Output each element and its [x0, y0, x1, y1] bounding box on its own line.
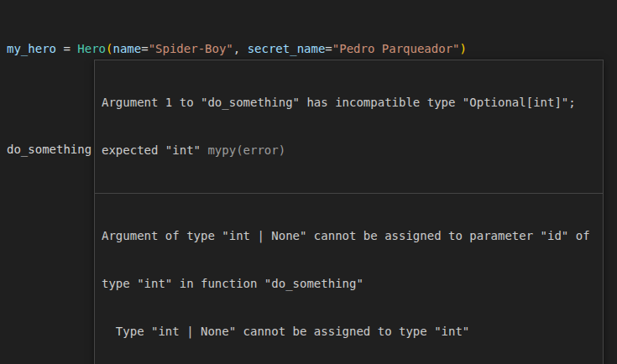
operator-token: =: [56, 42, 77, 55]
diagnostics-hover-widget: Argument 1 to "do_something" has incompa…: [94, 60, 604, 364]
mypy-message-line: expected "int" mypy(error): [102, 143, 596, 159]
variable-token: my_hero: [7, 42, 56, 55]
code-line-1[interactable]: my_hero = Hero(name="Spider-Boy", secret…: [7, 40, 467, 57]
mypy-message-line: Argument 1 to "do_something" has incompa…: [102, 95, 596, 111]
pylance-message-line: type "int" in function "do_something": [102, 276, 596, 292]
mypy-source-label: mypy(error): [207, 143, 285, 157]
comma-token: ,: [233, 42, 248, 55]
hover-section-mypy: Argument 1 to "do_something" has incompa…: [95, 60, 603, 193]
close-paren-token: ): [460, 42, 467, 55]
string-token: "Pedro Parqueador": [332, 42, 460, 55]
kwarg-name-token: secret_name: [248, 42, 326, 55]
string-token: "Spider-Boy": [149, 42, 233, 55]
class-name-token: Hero: [77, 42, 106, 55]
pylance-message-line: Argument of type "int | None" cannot be …: [102, 228, 596, 244]
mypy-message-text: expected "int": [102, 143, 207, 157]
function-name-token: do_something: [7, 143, 92, 156]
equals-token: =: [325, 42, 332, 55]
equals-token: =: [141, 42, 148, 55]
kwarg-name-token: name: [112, 42, 141, 55]
hover-section-pylance: Argument of type "int | None" cannot be …: [95, 194, 603, 364]
pylance-message-line: Type "int | None" cannot be assigned to …: [102, 324, 596, 340]
